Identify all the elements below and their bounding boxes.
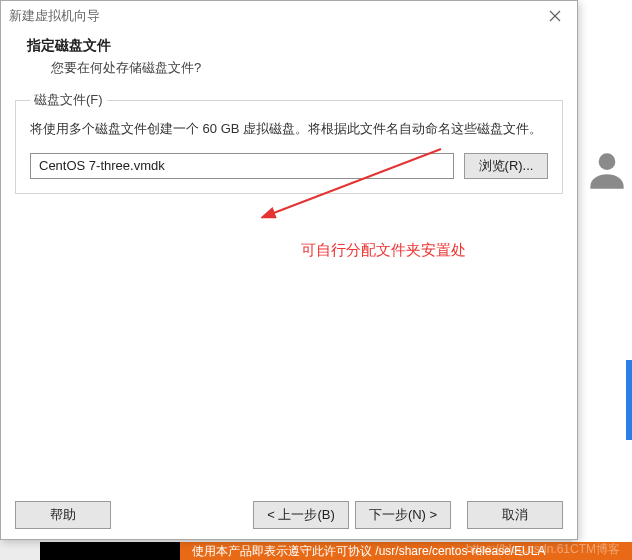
titlebar: 新建虚拟机向导 bbox=[1, 1, 577, 31]
cancel-button[interactable]: 取消 bbox=[467, 501, 563, 529]
backdrop-blue-bar bbox=[626, 360, 632, 440]
header-title: 指定磁盘文件 bbox=[27, 37, 551, 55]
wizard-dialog: 新建虚拟机向导 指定磁盘文件 您要在何处存储磁盘文件? 磁盘文件(F) 将使用多… bbox=[0, 0, 578, 540]
svg-point-0 bbox=[599, 153, 616, 170]
disk-file-input[interactable] bbox=[30, 153, 454, 179]
help-button[interactable]: 帮助 bbox=[15, 501, 111, 529]
person-icon bbox=[582, 145, 632, 195]
wizard-header: 指定磁盘文件 您要在何处存储磁盘文件? bbox=[1, 31, 577, 89]
titlebar-title: 新建虚拟机向导 bbox=[9, 7, 100, 25]
watermark-text: https://blog.csdn.61CTM博客 bbox=[466, 541, 620, 558]
disk-file-group: 磁盘文件(F) 将使用多个磁盘文件创建一个 60 GB 虚拟磁盘。将根据此文件名… bbox=[15, 91, 563, 194]
close-button[interactable] bbox=[533, 1, 577, 31]
next-button[interactable]: 下一步(N) > bbox=[355, 501, 451, 529]
browse-button[interactable]: 浏览(R)... bbox=[464, 153, 548, 179]
wizard-button-row: 帮助 < 上一步(B) 下一步(N) > 取消 bbox=[1, 491, 577, 539]
disk-file-description: 将使用多个磁盘文件创建一个 60 GB 虚拟磁盘。将根据此文件名自动命名这些磁盘… bbox=[30, 119, 548, 139]
disk-file-row: 浏览(R)... bbox=[30, 153, 548, 179]
annotation-text: 可自行分配文件夹安置处 bbox=[301, 241, 466, 260]
close-icon bbox=[549, 10, 561, 22]
backdrop-panel bbox=[572, 0, 632, 560]
disk-file-legend: 磁盘文件(F) bbox=[30, 91, 107, 109]
back-button[interactable]: < 上一步(B) bbox=[253, 501, 349, 529]
header-subtitle: 您要在何处存储磁盘文件? bbox=[27, 59, 551, 77]
